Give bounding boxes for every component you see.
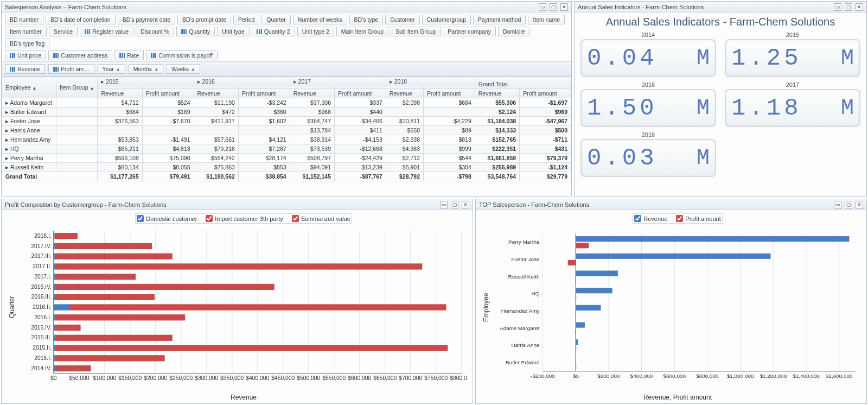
- table-row[interactable]: ▸ Butler Edward$684$169$472$360$968$440$…: [2, 107, 571, 117]
- svg-rect-103: [568, 260, 576, 265]
- maximize-icon[interactable]: ▢: [845, 201, 852, 208]
- legend-item[interactable]: Import customer 3th party: [206, 215, 283, 222]
- filter-chip[interactable]: Partner company: [443, 27, 496, 36]
- filter-chip[interactable]: Commission is payoff: [146, 50, 218, 60]
- table-row[interactable]: ▸ Foster Jose$376,563-$7,670$411,917$1,6…: [2, 117, 571, 126]
- indicator-year: 2016: [642, 81, 655, 88]
- filter-chip[interactable]: Quantity 2: [252, 27, 295, 36]
- filter-chip[interactable]: Item number: [5, 27, 47, 36]
- svg-text:$750,000: $750,000: [424, 375, 448, 381]
- svg-text:$500,000: $500,000: [297, 375, 320, 381]
- minimize-icon[interactable]: ▭: [440, 201, 448, 208]
- filter-chip[interactable]: Sub Item Group: [391, 27, 441, 36]
- legend-item[interactable]: Summarized value: [292, 215, 350, 222]
- svg-rect-100: [576, 243, 589, 248]
- maximize-icon[interactable]: ▢: [550, 3, 557, 11]
- svg-text:$600,000: $600,000: [348, 375, 371, 381]
- svg-rect-39: [55, 243, 152, 249]
- svg-text:2015.IV.: 2015.IV.: [31, 325, 51, 331]
- title-text: Salesperson Analysis – Farm-Chem Solutio…: [5, 4, 126, 10]
- minimize-icon[interactable]: ▭: [834, 201, 841, 208]
- svg-rect-117: [576, 339, 578, 345]
- filter-chip[interactable]: Profit am…: [48, 64, 94, 74]
- svg-text:2016.IV.: 2016.IV.: [31, 284, 51, 290]
- filter-chip[interactable]: Rate: [114, 50, 144, 60]
- filter-chip[interactable]: Customergroup: [422, 15, 471, 24]
- lcd-display: 0.04 M: [580, 39, 716, 77]
- filter-chip[interactable]: Customer address: [48, 50, 112, 60]
- filter-chip[interactable]: BD's payment date: [118, 15, 175, 24]
- close-icon[interactable]: ✕: [856, 3, 863, 11]
- lcd-unit: M: [841, 46, 854, 71]
- legend-top: Revenue Profit amount: [633, 213, 722, 224]
- svg-text:2015.III.: 2015.III.: [31, 334, 52, 340]
- filter-chip[interactable]: BD's type: [349, 15, 384, 24]
- legend-item[interactable]: Profit amount: [676, 215, 720, 222]
- legend-checkbox[interactable]: [634, 215, 641, 222]
- svg-text:$0: $0: [50, 375, 57, 381]
- titlebar-analysis: Salesperson Analysis – Farm-Chem Solutio…: [2, 2, 571, 12]
- table-row[interactable]: ▸ Adams Margaret$4,712$524$11,190-$3,242…: [2, 98, 571, 107]
- table-row[interactable]: ▸ Russell Keith$80,134$8,055$75,863$553$…: [2, 163, 571, 172]
- filter-chip[interactable]: Number of weeks: [293, 15, 347, 24]
- filter-chip[interactable]: Revenue: [5, 64, 45, 74]
- filter-chip[interactable]: Service: [49, 27, 78, 36]
- chart-top-salesperson[interactable]: -$200,000$0$200,000$400,000$600,000$800,…: [494, 226, 861, 393]
- table-row[interactable]: ▸ Perry Martha$596,108$75,090$554,242$28…: [2, 154, 571, 163]
- legend-item[interactable]: Domestic customer: [137, 215, 197, 222]
- pivot-grid[interactable]: Employee ▲Item Group ▲▸ 2015▸ 2016▸ 2017…: [2, 77, 571, 196]
- legend-checkbox[interactable]: [206, 215, 213, 222]
- filter-chip[interactable]: Customer: [385, 15, 420, 24]
- svg-rect-114: [576, 322, 585, 328]
- maximize-icon[interactable]: ▢: [845, 3, 852, 11]
- filter-chip[interactable]: Months▲: [129, 64, 163, 74]
- filter-chip[interactable]: BD number: [5, 15, 43, 24]
- svg-rect-36: [55, 233, 78, 239]
- filter-chip[interactable]: BD's type flag: [5, 39, 49, 48]
- legend-checkbox[interactable]: [137, 215, 144, 222]
- table-row[interactable]: ▸ Harris Anne$13,784$411$550$89$14,333$5…: [2, 126, 571, 135]
- filter-chip[interactable]: BD's date of completion: [46, 15, 116, 24]
- legend-checkbox[interactable]: [676, 215, 683, 222]
- filter-chip[interactable]: Payment method: [473, 15, 526, 24]
- filter-chip[interactable]: Quantity: [176, 27, 215, 36]
- filter-chip[interactable]: Weeks▲: [167, 64, 200, 74]
- filter-chip[interactable]: Unit type 2: [297, 27, 334, 36]
- panel-top-salesperson: TOP Salesperson - Farm-Chem Solutions ▭ …: [475, 199, 867, 404]
- svg-text:HQ: HQ: [532, 290, 540, 296]
- svg-text:$700,000: $700,000: [399, 375, 422, 381]
- svg-rect-45: [55, 263, 423, 269]
- filter-chip[interactable]: Year▲: [98, 64, 125, 74]
- close-icon[interactable]: ✕: [462, 201, 469, 208]
- table-row[interactable]: ▸ HQ$65,211$4,813$79,218$7,287$73,539-$1…: [2, 144, 571, 154]
- filter-chip[interactable]: Domicile: [498, 27, 529, 36]
- bars-icon: [10, 53, 15, 58]
- chart-profit-composition[interactable]: $0$50,000$100,000$150,000$200,000$250,00…: [20, 226, 467, 393]
- filter-chip[interactable]: Main Item Group: [336, 27, 388, 36]
- legend-item[interactable]: Revenue: [634, 215, 667, 222]
- filter-chip[interactable]: Unit type: [217, 27, 249, 36]
- maximize-icon[interactable]: ▢: [451, 201, 458, 208]
- svg-rect-108: [576, 288, 612, 293]
- svg-text:$800,000: $800,000: [450, 375, 467, 381]
- y-axis-label: Quarter: [7, 213, 17, 401]
- panel-profit-composition: Profit Compostion by Customergroup - Far…: [1, 199, 473, 404]
- legend-checkbox[interactable]: [292, 215, 299, 222]
- filter-chip[interactable]: Discount %: [136, 27, 174, 36]
- filter-chip[interactable]: Item name: [528, 15, 565, 24]
- lcd-display: 1.18 M: [725, 89, 860, 127]
- filter-chip[interactable]: Period: [233, 15, 259, 24]
- filter-chip[interactable]: BD's prompt date: [177, 15, 231, 24]
- filter-chip[interactable]: Register value: [80, 27, 133, 36]
- filter-chip[interactable]: Unit price: [5, 50, 46, 60]
- filter-chip[interactable]: Quarter: [261, 15, 291, 24]
- filter-area: BD numberBD's date of completionBD's pay…: [2, 12, 571, 62]
- close-icon[interactable]: ✕: [856, 201, 863, 208]
- svg-text:$1,000,000: $1,000,000: [727, 373, 754, 379]
- close-icon[interactable]: ✕: [560, 3, 568, 11]
- lcd-value: 1.50: [587, 94, 658, 122]
- table-row[interactable]: ▸ Hernandez Amy$53,853-$1,491$57,661$4,1…: [2, 135, 571, 144]
- minimize-icon[interactable]: ▭: [539, 3, 546, 11]
- minimize-icon[interactable]: ▭: [834, 3, 841, 11]
- legend-profit: Domestic customer Import customer 3th pa…: [135, 213, 352, 224]
